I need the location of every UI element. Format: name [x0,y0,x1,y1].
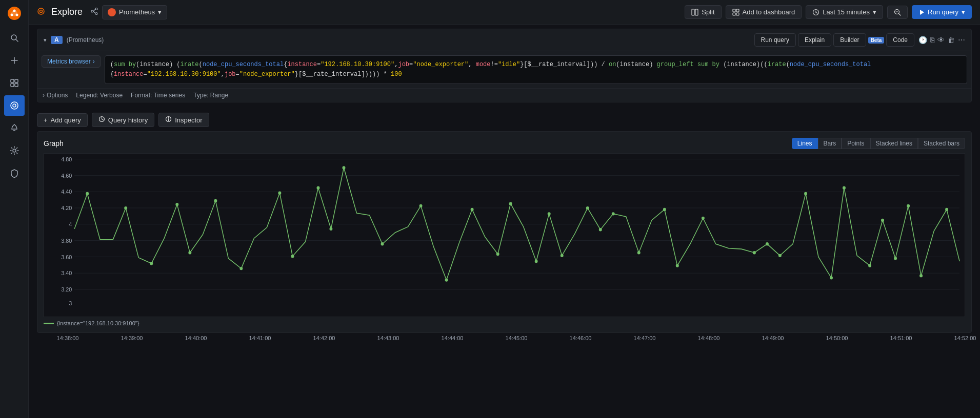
query-clock-icon[interactable]: 🕐 [918,36,927,44]
graph-view-buttons: Lines Bars Points Stacked lines Stacked … [792,138,965,149]
query-input[interactable]: (sum by(instance) (irate(node_cpu_second… [105,55,967,84]
zoom-out-button[interactable] [887,6,908,19]
metrics-browser-button[interactable]: Metrics browser › [42,55,101,68]
graph-view-bars[interactable]: Bars [818,138,842,149]
svg-point-19 [95,8,97,10]
chevron-down-icon: ▾ [962,8,965,16]
explore-header-icon [37,7,45,17]
run-query-button[interactable]: Run query ▾ [912,5,972,19]
sidebar-item-alerting[interactable] [4,118,25,138]
inspector-icon [165,116,172,124]
share-icon[interactable] [91,8,98,16]
x-axis-label: 14:38:00 [57,335,79,341]
query-history-label: Query history [108,116,148,124]
svg-point-101 [919,274,923,277]
x-axis-label: 14:47:00 [634,335,656,341]
query-eye-icon[interactable]: 👁 [937,36,945,44]
sidebar-item-shield[interactable] [4,163,25,183]
inspector-label: Inspector [175,116,202,124]
chevron-down-icon: ▾ [158,8,162,16]
chevron-down-icon: ▾ [873,8,876,16]
svg-point-81 [535,260,538,263]
svg-point-84 [586,206,589,210]
svg-marker-36 [920,10,924,15]
svg-text:3.20: 3.20 [61,286,72,292]
svg-point-3 [15,14,18,16]
sidebar-item-explore[interactable] [4,95,25,116]
x-axis-label: 14:49:00 [762,335,784,341]
query-datasource-label: (Prometheus) [67,36,104,44]
x-axis-label: 14:39:00 [121,335,143,341]
svg-line-22 [93,9,95,11]
svg-point-89 [676,264,679,267]
query-copy-icon[interactable]: ⎘ [930,36,934,44]
svg-point-16 [13,149,16,152]
format-option: Format: Time series [131,92,185,99]
builder-button[interactable]: Builder [833,33,866,47]
query-collapse-button[interactable]: ▾ [44,37,47,44]
sidebar-item-dashboards[interactable] [4,73,25,93]
svg-point-93 [778,254,782,257]
svg-point-88 [663,208,666,211]
header: Explore Prometheus ▾ Split [29,0,980,25]
svg-point-97 [868,264,871,267]
add-to-dashboard-button[interactable]: Add to dashboard [726,5,802,19]
grafana-logo[interactable] [5,4,24,23]
svg-rect-9 [11,79,14,82]
time-range-button[interactable]: Last 15 minutes ▾ [806,5,883,19]
svg-point-95 [830,277,833,280]
query-header-actions: 🕐 ⎘ 👁 🗑 ⋯ [918,36,965,44]
add-to-dashboard-label: Add to dashboard [743,8,795,16]
svg-point-80 [509,202,512,205]
svg-point-68 [214,199,217,202]
split-button[interactable]: Split [685,5,721,19]
sidebar-item-add[interactable] [4,50,25,71]
options-toggle[interactable]: › Options [43,92,68,99]
svg-point-74 [343,166,346,170]
sidebar-item-settings[interactable] [4,140,25,161]
inspector-button[interactable]: Inspector [158,113,209,127]
run-query-label: Run query [928,8,958,16]
svg-point-13 [11,102,18,109]
svg-line-39 [102,119,103,120]
svg-rect-29 [736,13,739,15]
time-range-label: Last 15 minutes [823,8,870,16]
content-area: ▾ A (Prometheus) Run query Explain Build… [29,25,980,418]
svg-point-69 [239,267,243,270]
svg-point-4 [10,14,13,16]
svg-point-99 [894,257,897,260]
svg-point-20 [95,13,97,15]
svg-point-21 [91,10,93,12]
page-title: Explore [51,7,83,17]
svg-point-90 [702,217,705,220]
graph-view-stacked-bars[interactable]: Stacked bars [918,138,965,149]
query-history-button[interactable]: Query history [92,113,154,127]
svg-point-75 [381,242,384,245]
inline-run-query-button[interactable]: Run query [754,33,796,47]
add-query-button[interactable]: + Add query [37,113,88,127]
svg-text:4: 4 [69,221,72,227]
svg-line-23 [93,11,95,13]
action-buttons-row: + Add query Query history [37,109,972,131]
sidebar-item-search[interactable] [4,28,25,48]
svg-text:4.60: 4.60 [61,173,72,179]
graph-view-stacked-lines[interactable]: Stacked lines [870,138,918,149]
beta-badge: Beta [868,37,885,44]
svg-text:3.60: 3.60 [61,254,72,260]
explain-button[interactable]: Explain [798,33,831,47]
graph-view-lines[interactable]: Lines [792,138,818,149]
x-axis-label: 14:42:00 [313,335,335,341]
graph-view-points[interactable]: Points [842,138,870,149]
datasource-selector[interactable]: Prometheus ▾ [102,5,167,19]
add-query-label: Add query [51,116,81,124]
options-chevron-icon: › [43,92,45,99]
query-label: A [51,36,63,44]
query-more-icon[interactable]: ⋯ [958,36,965,44]
code-button[interactable]: Code [886,33,914,47]
svg-point-100 [907,204,910,207]
chart-svg: .grid-line { stroke: #2c3038; stroke-wid… [44,154,965,317]
main-content: Explore Prometheus ▾ Split [29,0,980,418]
svg-point-92 [766,242,769,245]
query-trash-icon[interactable]: 🗑 [948,36,955,44]
chart-container: .grid-line { stroke: #2c3038; stroke-wid… [44,153,965,317]
